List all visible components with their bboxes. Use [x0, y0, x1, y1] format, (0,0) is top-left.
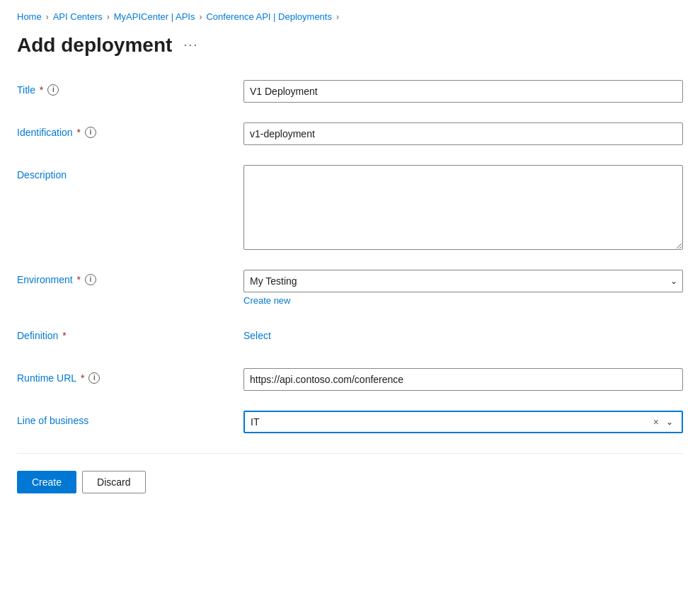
title-label: Title *	[17, 84, 43, 96]
description-row: Description	[17, 165, 683, 250]
breadcrumb-api-centers[interactable]: API Centers	[53, 11, 103, 22]
create-new-link[interactable]: Create new	[243, 295, 683, 306]
runtime-url-input[interactable]	[243, 368, 683, 391]
page-title-row: Add deployment ···	[17, 33, 683, 57]
breadcrumb-current: Conference API | Deployments	[206, 11, 332, 22]
environment-select-wrapper: My Testing Production Staging ⌄	[243, 270, 683, 292]
runtime-url-label-col: Runtime URL * i	[17, 368, 243, 384]
runtime-url-required: *	[78, 372, 84, 384]
breadcrumb-sep-4: ›	[336, 12, 339, 22]
form-divider	[17, 453, 683, 454]
ellipsis-button[interactable]: ···	[179, 36, 202, 54]
description-textarea[interactable]	[243, 165, 683, 250]
line-of-business-label: Line of business	[17, 415, 88, 426]
definition-label-col: Definition *	[17, 326, 243, 341]
definition-required: *	[59, 330, 66, 341]
title-label-col: Title * i	[17, 80, 243, 96]
breadcrumb-sep-2: ›	[107, 12, 110, 22]
line-of-business-row: Line of business IT × ⌄	[17, 411, 683, 433]
title-info-icon[interactable]: i	[47, 84, 59, 96]
environment-label-col: Environment * i	[17, 270, 243, 285]
title-required: *	[37, 84, 43, 96]
breadcrumb-sep-3: ›	[199, 12, 202, 22]
line-of-business-tag-input[interactable]: IT × ⌄	[243, 411, 683, 433]
breadcrumb-home[interactable]: Home	[17, 11, 42, 22]
line-of-business-control-col: IT × ⌄	[243, 411, 683, 433]
title-row: Title * i	[17, 80, 683, 103]
breadcrumb-sep-1: ›	[46, 12, 49, 22]
environment-select[interactable]: My Testing Production Staging	[243, 270, 683, 292]
runtime-url-label: Runtime URL *	[17, 372, 84, 384]
description-label: Description	[17, 169, 67, 181]
line-of-business-value: IT	[248, 416, 652, 428]
button-row: Create Discard	[17, 471, 683, 493]
definition-label: Definition *	[17, 330, 67, 341]
definition-select-link[interactable]: Select	[243, 326, 683, 341]
create-button[interactable]: Create	[17, 471, 76, 493]
identification-label-col: Identification * i	[17, 122, 243, 138]
identification-label: Identification *	[17, 127, 81, 138]
runtime-url-row: Runtime URL * i	[17, 368, 683, 391]
tag-actions: × ⌄	[652, 416, 679, 428]
breadcrumb-my-api-center[interactable]: MyAPICenter | APIs	[114, 11, 195, 22]
environment-control-col: My Testing Production Staging ⌄ Create n…	[243, 270, 683, 306]
identification-row: Identification * i	[17, 122, 683, 145]
environment-required: *	[74, 274, 81, 285]
environment-label: Environment *	[17, 274, 81, 285]
identification-info-icon[interactable]: i	[85, 127, 96, 138]
runtime-url-info-icon[interactable]: i	[88, 372, 100, 384]
line-of-business-chevron-icon[interactable]: ⌄	[663, 417, 676, 427]
line-of-business-clear-icon[interactable]: ×	[652, 416, 660, 428]
identification-required: *	[74, 127, 81, 138]
title-control-col	[243, 80, 683, 103]
form-container: Title * i Identification * i Desc	[17, 80, 683, 493]
environment-info-icon[interactable]: i	[85, 274, 96, 285]
breadcrumb: Home › API Centers › MyAPICenter | APIs …	[17, 11, 683, 22]
identification-input[interactable]	[243, 122, 683, 145]
description-control-col	[243, 165, 683, 250]
runtime-url-control-col	[243, 368, 683, 391]
definition-control-col: Select	[243, 326, 683, 341]
page-title: Add deployment	[17, 33, 172, 57]
discard-button[interactable]: Discard	[82, 471, 145, 493]
title-input[interactable]	[243, 80, 683, 103]
environment-row: Environment * i My Testing Production St…	[17, 270, 683, 306]
line-of-business-label-col: Line of business	[17, 411, 243, 426]
description-label-col: Description	[17, 165, 243, 181]
tag-input-row: IT × ⌄	[248, 416, 679, 428]
definition-row: Definition * Select	[17, 326, 683, 348]
identification-control-col	[243, 122, 683, 145]
